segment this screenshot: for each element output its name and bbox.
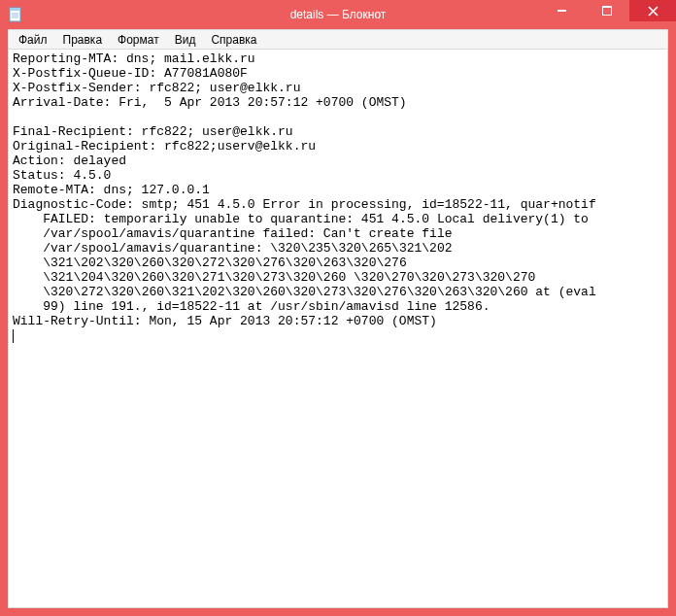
content-frame: Reporting-MTA: dns; mail.elkk.ru X-Postf… xyxy=(8,50,668,608)
menu-edit[interactable]: Правка xyxy=(55,31,111,49)
svg-rect-1 xyxy=(10,8,20,11)
window-title: details — Блокнот xyxy=(290,8,387,21)
menu-view[interactable]: Вид xyxy=(167,31,204,49)
menubar: Файл Правка Формат Вид Справка xyxy=(8,29,668,50)
text-editor[interactable]: Reporting-MTA: dns; mail.elkk.ru X-Postf… xyxy=(13,51,663,605)
minimize-button[interactable] xyxy=(540,0,585,21)
menu-file[interactable]: Файл xyxy=(11,31,55,49)
menu-format[interactable]: Формат xyxy=(110,31,167,49)
menu-help[interactable]: Справка xyxy=(203,31,264,49)
window-controls xyxy=(540,0,676,21)
notepad-window: details — Блокнот Файл Правка Формат Вид… xyxy=(0,0,676,616)
maximize-button[interactable] xyxy=(585,0,629,21)
titlebar[interactable]: details — Блокнот xyxy=(0,0,676,29)
text-caret xyxy=(13,329,14,343)
svg-rect-5 xyxy=(558,10,566,12)
svg-rect-7 xyxy=(602,6,612,8)
notepad-icon xyxy=(8,7,23,22)
document-text: Reporting-MTA: dns; mail.elkk.ru X-Postf… xyxy=(13,51,596,328)
close-button[interactable] xyxy=(629,0,676,21)
